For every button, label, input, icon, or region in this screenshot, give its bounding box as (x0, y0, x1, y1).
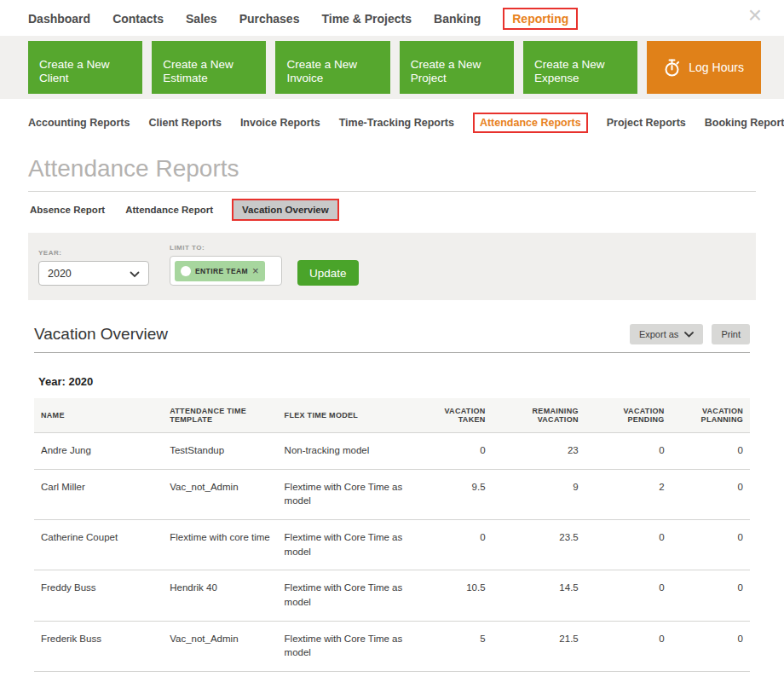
nav-item-time-projects[interactable]: Time & Projects (321, 12, 412, 26)
cell-flex-model: Flextime with Core Time as model (278, 469, 414, 519)
table-row: Catherine Coupet Flextime with core time… (34, 520, 750, 570)
table-row: John Smith TestStandup Non-tracking mode… (34, 672, 750, 677)
reports-nav-invoice[interactable]: Invoice Reports (240, 117, 320, 129)
tab-attendance-report[interactable]: Attendance Report (124, 200, 215, 219)
close-icon[interactable]: × (748, 3, 762, 27)
chevron-down-icon (684, 332, 694, 338)
cell-vacation-taken: 0 (413, 433, 492, 470)
log-hours-label: Log Hours (689, 61, 744, 74)
nav-item-sales[interactable]: Sales (186, 12, 217, 26)
nav-item-banking[interactable]: Banking (434, 12, 481, 26)
reports-nav-client[interactable]: Client Reports (148, 117, 221, 129)
nav-item-reporting[interactable]: Reporting (503, 8, 578, 30)
year-summary: Year: 2020 (38, 375, 750, 388)
log-hours-button[interactable]: Log Hours (647, 41, 761, 94)
cell-vacation-taken: 0 (413, 672, 492, 677)
col-flex-time-model: FLEX TIME MODEL (278, 398, 414, 433)
reports-nav: Accounting Reports Client Reports Invoic… (0, 99, 784, 143)
col-vacation-taken: VACATION TAKEN (413, 398, 492, 433)
cell-vacation-pending: 0 (585, 520, 672, 570)
cell-vacation-taken: 10.5 (413, 570, 492, 621)
section-divider (34, 352, 750, 353)
cell-remaining-vacation: 14.5 (493, 570, 585, 621)
team-dot-icon (181, 266, 191, 276)
cell-vacation-taken: 9.5 (413, 469, 492, 519)
cell-name: Frederik Buss (34, 621, 163, 671)
cell-template: TestStandup (163, 433, 277, 470)
stopwatch-icon (664, 59, 680, 77)
cell-vacation-pending: 2 (585, 469, 672, 519)
limit-to-label: LIMIT TO: (170, 244, 282, 252)
entire-team-tag: ENTIRE TEAM × (175, 261, 265, 281)
year-select[interactable]: 2020 (38, 261, 149, 286)
cell-flex-model: Non-tracking model (278, 672, 414, 677)
reports-nav-attendance[interactable]: Attendance Reports (473, 113, 588, 133)
chevron-down-icon (130, 266, 140, 281)
export-as-button[interactable]: Export as (630, 324, 703, 344)
nav-item-purchases[interactable]: Purchases (239, 12, 300, 26)
reports-nav-project[interactable]: Project Reports (607, 117, 686, 129)
cell-vacation-pending: 0 (585, 570, 672, 621)
create-expense-button[interactable]: Create a New Expense (523, 41, 637, 94)
cell-flex-model: Flextime with Core Time as model (278, 570, 414, 621)
table-row: Carl Miller Vac_not_Admin Flextime with … (34, 469, 750, 519)
cell-name: John Smith (34, 672, 163, 677)
cell-remaining-vacation: 23.5 (493, 520, 585, 570)
nav-item-contacts[interactable]: Contacts (112, 12, 164, 26)
cell-vacation-pending: 0 (585, 672, 672, 677)
section-header: Vacation Overview Export as Print (34, 324, 750, 344)
cell-vacation-planning: 0 (672, 621, 750, 671)
reports-nav-time-tracking[interactable]: Time-Tracking Reports (339, 117, 454, 129)
nav-item-dashboard[interactable]: Dashboard (28, 12, 90, 26)
col-attendance-template: ATTENDANCE TIME TEMPLATE (163, 398, 277, 433)
year-select-value: 2020 (48, 268, 72, 280)
main-nav: Dashboard Contacts Sales Purchases Time … (0, 0, 784, 36)
col-vacation-planning: VACATION PLANNING (672, 398, 750, 433)
create-estimate-button[interactable]: Create a New Estimate (152, 41, 266, 94)
cell-flex-model: Non-tracking model (278, 433, 414, 470)
col-remaining-vacation: REMAINING VACATION (493, 398, 585, 433)
section-title: Vacation Overview (34, 325, 168, 344)
update-button[interactable]: Update (297, 260, 359, 286)
print-button[interactable]: Print (712, 324, 750, 344)
tab-absence-report[interactable]: Absence Report (28, 200, 107, 219)
reports-nav-booking[interactable]: Booking Reports (705, 117, 784, 129)
entire-team-tag-label: ENTIRE TEAM (195, 267, 248, 275)
section-actions: Export as Print (630, 324, 750, 344)
create-invoice-button[interactable]: Create a New Invoice (275, 41, 389, 94)
cell-remaining-vacation: 21.5 (493, 621, 585, 671)
table-row: Frederik Buss Vac_not_Admin Flextime wit… (34, 621, 750, 671)
cell-flex-model: Flextime with Core Time as model (278, 621, 414, 671)
tab-vacation-overview[interactable]: Vacation Overview (232, 199, 339, 221)
cell-template: Flextime with core time (163, 520, 277, 570)
remove-tag-icon[interactable]: × (252, 265, 259, 276)
title-divider (28, 191, 756, 192)
limit-to-input[interactable]: ENTIRE TEAM × (170, 256, 282, 286)
cell-remaining-vacation: 27 (493, 672, 585, 677)
cell-template: Hendrik 40 (163, 570, 277, 621)
cell-template: Vac_not_Admin (163, 469, 277, 519)
table-row: Freddy Buss Hendrik 40 Flextime with Cor… (34, 570, 750, 621)
cell-remaining-vacation: 23 (493, 433, 585, 470)
create-project-button[interactable]: Create a New Project (400, 41, 514, 94)
table-header: NAME ATTENDANCE TIME TEMPLATE FLEX TIME … (34, 398, 750, 433)
cell-vacation-planning: 0 (672, 433, 750, 470)
create-client-button[interactable]: Create a New Client (28, 41, 142, 94)
cell-flex-model: Flextime with Core Time as model (278, 520, 414, 570)
cell-vacation-taken: 5 (413, 621, 492, 671)
cell-remaining-vacation: 9 (493, 469, 585, 519)
report-tabs: Absence Report Attendance Report Vacatio… (28, 199, 756, 221)
cell-vacation-planning: 0 (672, 520, 750, 570)
cell-vacation-taken: 0 (413, 520, 492, 570)
reports-nav-accounting[interactable]: Accounting Reports (28, 117, 130, 129)
cell-vacation-planning: 0 (672, 469, 750, 519)
cell-vacation-planning: 0 (672, 570, 750, 621)
vacation-table: NAME ATTENDANCE TIME TEMPLATE FLEX TIME … (34, 398, 750, 677)
year-label: YEAR: (38, 249, 149, 257)
col-name: NAME (34, 398, 163, 433)
page-title: Attendance Reports (28, 155, 756, 182)
export-as-label: Export as (639, 329, 678, 339)
cell-name: Freddy Buss (34, 570, 163, 621)
cell-template: Vac_not_Admin (163, 621, 277, 671)
cell-name: Andre Jung (34, 433, 163, 470)
